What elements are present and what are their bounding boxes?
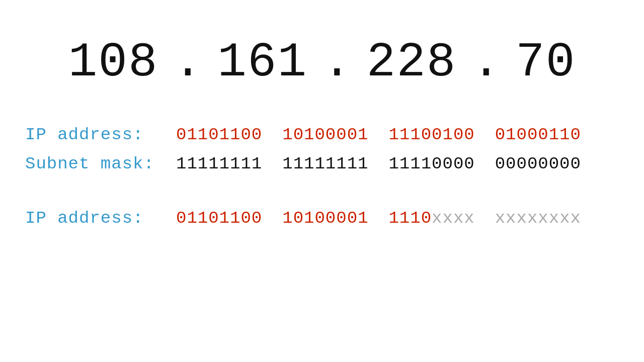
ip-address-label-2: IP address: xyxy=(25,209,176,228)
ip-octet-1: 01101100 xyxy=(176,125,262,144)
subnet-octet-2: 11111111 xyxy=(282,154,368,173)
ip-address-display: 108 . 161 . 228 . 70 xyxy=(25,35,619,90)
ip-binary-values: 01101100 10100001 11100100 01000110 xyxy=(176,125,581,144)
ip-address-binary-row: IP address: 01101100 10100001 11100100 0… xyxy=(25,125,619,144)
ip-octet-4: 01000110 xyxy=(495,125,581,144)
subnet-octet-4: 00000000 xyxy=(495,154,581,173)
ip-masked-octet-3-gray: xxxx xyxy=(432,209,475,228)
subnet-binary-values: 11111111 11111111 11110000 00000000 xyxy=(176,154,581,173)
ip-octet-3: 11100100 xyxy=(388,125,474,144)
ip-address-label-1: IP address: xyxy=(25,125,176,144)
binary-section: IP address: 01101100 10100001 11100100 0… xyxy=(25,125,619,238)
ip-segment-3: 228 xyxy=(367,35,457,90)
ip-segment-4: 70 xyxy=(516,35,576,90)
main-container: 108 . 161 . 228 . 70 IP address: 0110110… xyxy=(0,0,644,362)
ip-segment-2: 161 xyxy=(217,35,307,90)
ip-masked-octet-2: 10100001 xyxy=(282,209,368,228)
ip-masked-octet-3: 1110xxxx xyxy=(388,209,474,228)
ip-masked-octet-4: xxxxxxxx xyxy=(495,209,581,228)
ip-masked-octet-3-red: 1110 xyxy=(388,209,432,228)
ip-segment-1: 108 xyxy=(68,35,158,90)
ip-dot-2: . xyxy=(323,35,352,90)
spacer xyxy=(25,184,619,209)
ip-dot-1: . xyxy=(174,35,203,90)
ip-masked-octet-1: 01101100 xyxy=(176,209,262,228)
subnet-mask-binary-row: Subnet mask: 11111111 11111111 11110000 … xyxy=(25,154,619,173)
ip-address-masked-row: IP address: 01101100 10100001 1110xxxx x… xyxy=(25,209,619,228)
subnet-mask-label: Subnet mask: xyxy=(25,154,176,173)
subnet-octet-3: 11110000 xyxy=(388,154,474,173)
ip-masked-values: 01101100 10100001 1110xxxx xxxxxxxx xyxy=(176,209,581,228)
subnet-octet-1: 11111111 xyxy=(176,154,262,173)
ip-octet-2: 10100001 xyxy=(282,125,368,144)
ip-dot-3: . xyxy=(471,35,501,90)
